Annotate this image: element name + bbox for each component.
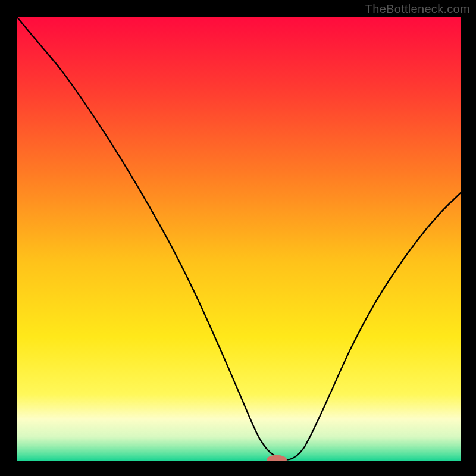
chart-stage: TheBottleneck.com (0, 0, 476, 476)
sweet-spot-marker (267, 455, 287, 465)
bottleneck-chart (0, 0, 476, 476)
watermark-text: TheBottleneck.com (365, 2, 470, 16)
plot-background (17, 17, 461, 461)
